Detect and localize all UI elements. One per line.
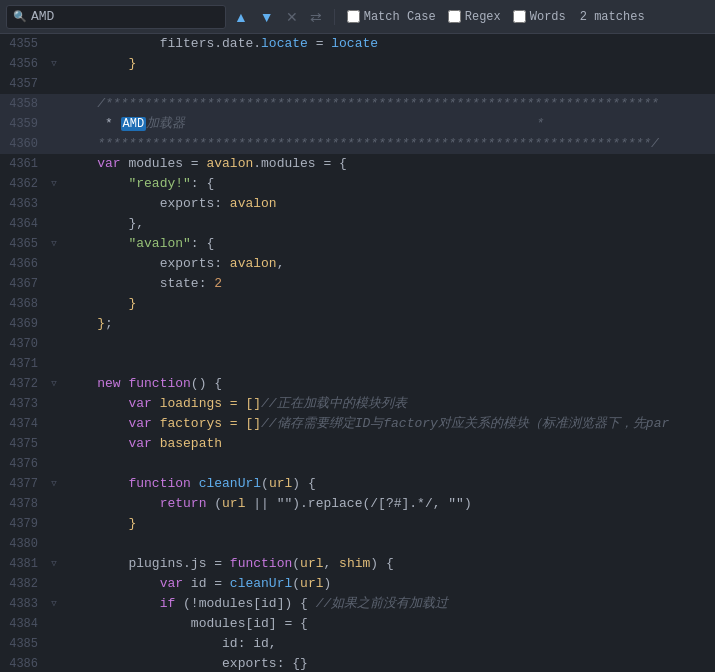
- line-code: new function() {: [62, 374, 222, 394]
- search-replace-button[interactable]: ⇄: [306, 7, 326, 27]
- fold-icon[interactable]: ▽: [51, 54, 56, 74]
- line-code: [62, 454, 66, 474]
- line-code: id: id,: [62, 634, 277, 654]
- token: },: [128, 216, 144, 231]
- line-code: exports: avalon,: [62, 254, 284, 274]
- token: :: [214, 196, 230, 211]
- line-number: 4380: [0, 534, 46, 554]
- line-code: [62, 74, 66, 94]
- fold-icon[interactable]: ▽: [51, 474, 56, 494]
- fold-icon[interactable]: ▽: [51, 594, 56, 614]
- code-line: 4378 return (url || "").replace(/[?#].*/…: [0, 494, 715, 514]
- token: if: [160, 596, 176, 611]
- code-line: 4380: [0, 534, 715, 554]
- token: ,: [323, 556, 339, 571]
- fold-icon[interactable]: ▽: [51, 554, 56, 574]
- token: shim: [339, 556, 370, 571]
- line-number: 4359: [0, 114, 46, 134]
- token: loadings = []: [152, 396, 261, 411]
- line-code: var factorys = []//储存需要绑定ID与factory对应关系的…: [62, 414, 669, 434]
- token: exports: [160, 196, 215, 211]
- token: : {: [191, 236, 214, 251]
- code-line: 4356▽ }: [0, 54, 715, 74]
- token: "avalon": [128, 236, 190, 251]
- token: : id,: [238, 636, 277, 651]
- code-line: 4376: [0, 454, 715, 474]
- token: ): [323, 576, 331, 591]
- line-gutter: ▽: [46, 54, 62, 74]
- line-code: function cleanUrl(url) {: [62, 474, 316, 494]
- line-gutter: [46, 94, 62, 114]
- match-case-checkbox[interactable]: [347, 10, 360, 23]
- line-number: 4370: [0, 334, 46, 354]
- line-number: 4386: [0, 654, 46, 672]
- code-line: 4361 var modules = avalon.modules = {: [0, 154, 715, 174]
- words-label: Words: [530, 10, 566, 24]
- token: //正在加载中的模块列表: [261, 396, 407, 411]
- code-line: 4384 modules[id] = {: [0, 614, 715, 634]
- code-line: 4372▽ new function() {: [0, 374, 715, 394]
- line-gutter: [46, 454, 62, 474]
- editor-container: 🔍 ▲ ▼ ✕ ⇄ Match Case Regex Words 2 match…: [0, 0, 715, 672]
- fold-icon[interactable]: ▽: [51, 374, 56, 394]
- token: id: [222, 636, 238, 651]
- code-line: 4359 * AMD加载器 *: [0, 114, 715, 134]
- code-lines: 4355 filters.date.locate = locate4356▽ }…: [0, 34, 715, 672]
- line-code: return (url || "").replace(/[?#].*/, ""): [62, 494, 472, 514]
- code-line: 4373 var loadings = []//正在加载中的模块列表: [0, 394, 715, 414]
- token: cleanUrl: [199, 476, 261, 491]
- code-line: 4385 id: id,: [0, 634, 715, 654]
- line-code: /***************************************…: [62, 94, 659, 114]
- search-clear-button[interactable]: ✕: [282, 7, 302, 27]
- search-next-button[interactable]: ▼: [256, 8, 278, 26]
- line-gutter: [46, 154, 62, 174]
- token: filters.date.: [160, 36, 261, 51]
- line-number: 4357: [0, 74, 46, 94]
- token: new: [97, 376, 120, 391]
- line-number: 4360: [0, 134, 46, 154]
- line-number: 4377: [0, 474, 46, 494]
- words-option[interactable]: Words: [509, 8, 570, 26]
- match-case-option[interactable]: Match Case: [343, 8, 440, 26]
- line-code: state: 2: [62, 274, 222, 294]
- line-gutter: [46, 514, 62, 534]
- code-line: 4374 var factorys = []//储存需要绑定ID与factory…: [0, 414, 715, 434]
- token: ,: [277, 256, 285, 271]
- separator-1: [334, 9, 335, 25]
- regex-option[interactable]: Regex: [444, 8, 505, 26]
- search-input-wrapper: 🔍: [6, 5, 226, 29]
- line-code: exports: {}: [62, 654, 308, 672]
- line-gutter: [46, 634, 62, 654]
- token: function: [128, 376, 190, 391]
- token: state: [160, 276, 199, 291]
- code-line: 4358 /**********************************…: [0, 94, 715, 114]
- line-gutter: [46, 574, 62, 594]
- line-gutter: ▽: [46, 234, 62, 254]
- line-code: modules[id] = {: [62, 614, 308, 634]
- line-number: 4364: [0, 214, 46, 234]
- match-count: 2 matches: [580, 10, 645, 24]
- search-prev-button[interactable]: ▲: [230, 8, 252, 26]
- line-code: [62, 534, 66, 554]
- search-input[interactable]: [31, 9, 219, 24]
- token: //储存需要绑定ID与factory对应关系的模块（标准浏览器下，先par: [261, 416, 669, 431]
- token: (: [261, 476, 269, 491]
- token: }: [128, 516, 136, 531]
- line-number: 4361: [0, 154, 46, 174]
- code-line: 4365▽ "avalon": {: [0, 234, 715, 254]
- code-line: 4381▽ plugins.js = function(url, shim) {: [0, 554, 715, 574]
- token: [191, 476, 199, 491]
- words-checkbox[interactable]: [513, 10, 526, 23]
- token: }: [97, 316, 105, 331]
- token: :: [199, 276, 215, 291]
- fold-icon[interactable]: ▽: [51, 174, 56, 194]
- token: url: [300, 556, 323, 571]
- fold-icon[interactable]: ▽: [51, 234, 56, 254]
- regex-checkbox[interactable]: [448, 10, 461, 23]
- token: url: [300, 576, 323, 591]
- line-number: 4362: [0, 174, 46, 194]
- token: url: [222, 496, 245, 511]
- search-bar: 🔍 ▲ ▼ ✕ ⇄ Match Case Regex Words 2 match…: [0, 0, 715, 34]
- line-number: 4384: [0, 614, 46, 634]
- token: }: [128, 296, 136, 311]
